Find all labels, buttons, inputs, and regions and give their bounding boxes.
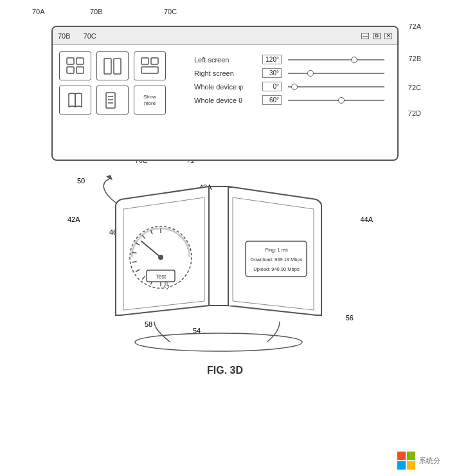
svg-text:Upload: 940.90 Mbps: Upload: 940.90 Mbps <box>253 266 300 272</box>
slider-thumb-2[interactable] <box>291 84 298 90</box>
microsoft-logo <box>397 452 415 470</box>
ms-tile-blue <box>397 461 406 470</box>
slider-track-2[interactable] <box>288 86 384 87</box>
close-button[interactable]: ✕ <box>384 33 392 39</box>
slider-track-0[interactable] <box>288 59 384 60</box>
sliders-panel: Left screen 120° Right screen 30° <box>188 51 391 153</box>
fig-label: FIG. 3D <box>207 365 243 376</box>
svg-text:Ping: 1 ms: Ping: 1 ms <box>265 247 288 253</box>
bottom-device-wrap: 50 42A 43A 44A 46A 49 54 56 58 <box>58 164 392 363</box>
slider-label-2: Whole device φ <box>194 83 258 91</box>
svg-point-13 <box>135 333 302 351</box>
slider-row-2: Whole device φ 0° <box>194 82 384 91</box>
slider-thumb-0[interactable] <box>351 57 357 63</box>
icon-box-3[interactable] <box>134 51 166 80</box>
watermark-text: 系统分 <box>419 456 440 466</box>
icon-box-2[interactable] <box>96 51 129 80</box>
svg-rect-8 <box>141 67 158 73</box>
window-tabs: 70B 70C <box>58 32 96 40</box>
device-svg: Test Ping: 1 ms Download: 939.19 Mbps Up… <box>64 167 373 357</box>
slider-label-3: Whole device θ <box>194 96 258 104</box>
label-70c: 70C <box>164 8 177 15</box>
svg-point-28 <box>158 255 163 260</box>
label-72d: 72D <box>408 109 421 117</box>
icon-row-1 <box>59 51 175 80</box>
svg-rect-9 <box>106 93 115 108</box>
slider-row-1: Right screen 30° <box>194 68 384 78</box>
svg-rect-3 <box>76 67 84 73</box>
label-70a: 70A <box>32 8 45 15</box>
icon-box-1[interactable] <box>59 51 91 80</box>
svg-rect-0 <box>67 58 74 64</box>
slider-value-3: 60° <box>262 95 282 105</box>
slider-value-0: 120° <box>262 55 282 64</box>
slider-value-1: 30° <box>262 68 282 78</box>
slider-track-3[interactable] <box>288 100 384 101</box>
ms-tile-red <box>397 452 406 460</box>
svg-rect-2 <box>67 67 74 73</box>
tab-70c[interactable]: 70C <box>84 32 96 40</box>
svg-rect-6 <box>141 58 148 64</box>
top-window-wrap: 70A 70B 70C 72A 72B 72C 72D 70D 70E 71 7… <box>51 19 399 161</box>
svg-rect-7 <box>151 58 158 64</box>
slider-row-3: Whole device θ 60° <box>194 95 384 105</box>
ms-tile-green <box>407 452 415 460</box>
restore-button[interactable]: ⧉ <box>373 33 381 39</box>
window-diagram: 70B 70C — ⧉ ✕ <box>51 26 399 161</box>
svg-text:Download: 939.19 Mbps: Download: 939.19 Mbps <box>251 257 303 262</box>
svg-rect-4 <box>104 59 111 74</box>
window-titlebar: 70B 70C — ⧉ ✕ <box>53 27 397 45</box>
slider-track-1[interactable] <box>288 73 384 74</box>
icon-grid-panel: Show more <box>59 51 175 153</box>
window-controls: — ⧉ ✕ <box>361 33 392 39</box>
slider-thumb-3[interactable] <box>338 97 345 104</box>
tab-70b[interactable]: 70B <box>58 32 71 40</box>
label-70b: 70B <box>90 8 103 15</box>
icon-row-2: Show more <box>59 86 175 114</box>
minimize-button[interactable]: — <box>361 33 369 39</box>
svg-rect-5 <box>114 59 121 74</box>
slider-label-0: Left screen <box>194 56 258 64</box>
show-more-button[interactable]: Show more <box>134 86 166 114</box>
slider-thumb-1[interactable] <box>307 70 314 77</box>
page: 70A 70B 70C 72A 72B 72C 72D 70D 70E 71 7… <box>0 0 450 476</box>
slider-label-1: Right screen <box>194 69 258 77</box>
ms-tile-yellow <box>407 461 415 470</box>
svg-rect-1 <box>76 58 84 64</box>
svg-text:Test: Test <box>156 273 166 280</box>
slider-row-0: Left screen 120° <box>194 55 384 64</box>
label-72a: 72A <box>408 23 421 30</box>
label-72b: 72B <box>408 55 421 62</box>
icon-box-4[interactable] <box>59 86 91 114</box>
window-body: Show more Left screen 120° Right scree <box>53 45 397 160</box>
slider-value-2: 0° <box>262 82 282 91</box>
label-72c: 72C <box>408 84 421 91</box>
icon-box-5[interactable] <box>96 86 129 114</box>
watermark: 系统分 <box>397 452 440 470</box>
